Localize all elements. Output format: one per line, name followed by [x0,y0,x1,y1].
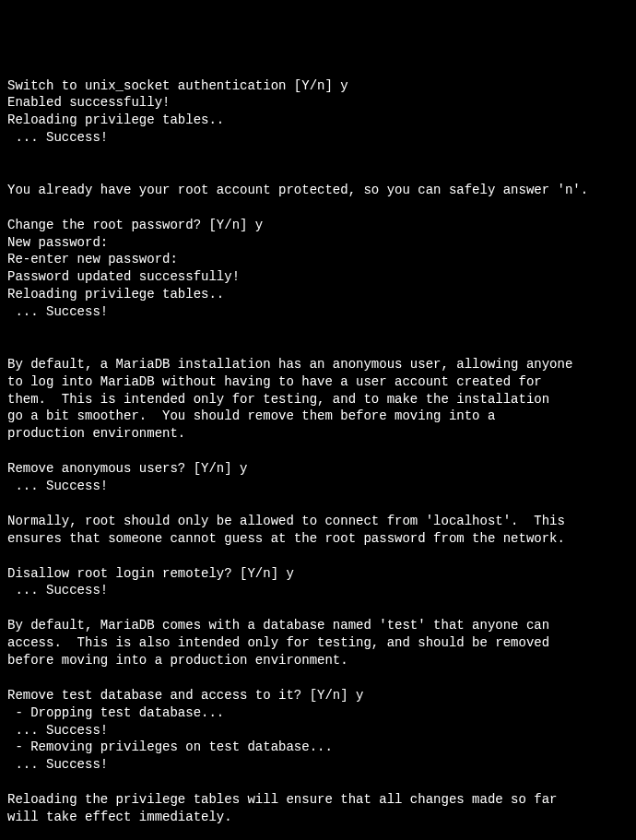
terminal-line: Re-enter new password: [7,251,629,268]
terminal-line: Reloading the privilege tables will ensu… [7,791,629,809]
terminal-line: Disallow root login remotely? [Y/n] y [7,565,629,583]
terminal-line [7,147,629,164]
terminal-line [7,826,629,840]
terminal-line: You already have your root account prote… [7,182,629,199]
terminal-line: Password updated successfully! [7,268,629,286]
terminal-line: production environment. [7,425,629,443]
terminal-line: go a bit smoother. You should remove the… [7,408,629,425]
terminal-line [7,164,629,182]
terminal-line: Reloading privilege tables.. [7,286,629,303]
terminal-line: Switch to unix_socket authentication [Y/… [7,77,629,95]
terminal-line [7,338,629,356]
terminal-line [7,495,629,513]
terminal-line: to log into MariaDB without having to ha… [7,373,629,391]
terminal-line: ... Success! [7,129,629,147]
terminal-line: ... Success! [7,303,629,321]
terminal-line [7,669,629,687]
terminal-line [7,599,629,617]
terminal-output: Switch to unix_socket authentication [Y/… [7,77,629,840]
terminal-line: access. This is also intended only for t… [7,634,629,652]
terminal-line: By default, MariaDB comes with a databas… [7,617,629,634]
terminal-line: By default, a MariaDB installation has a… [7,356,629,373]
terminal-line: ... Success! [7,756,629,774]
terminal-line [7,199,629,217]
terminal-line: - Dropping test database... [7,704,629,722]
terminal-line [7,443,629,460]
terminal-line: Remove test database and access to it? [… [7,687,629,704]
terminal-line: New password: [7,234,629,252]
terminal-line [7,321,629,338]
terminal-line: ... Success! [7,722,629,739]
terminal-line [7,774,629,791]
terminal-line: will take effect immediately. [7,809,629,826]
terminal-line: them. This is intended only for testing,… [7,391,629,408]
terminal-line: ensures that someone cannot guess at the… [7,530,629,548]
terminal-line: Enabled successfully! [7,94,629,112]
terminal-line [7,548,629,565]
terminal-line: before moving into a production environm… [7,652,629,669]
terminal-line: Change the root password? [Y/n] y [7,217,629,234]
terminal-line: ... Success! [7,478,629,495]
terminal-line: ... Success! [7,582,629,599]
terminal-line: - Removing privileges on test database..… [7,739,629,756]
terminal-line: Reloading privilege tables.. [7,112,629,129]
terminal-line: Normally, root should only be allowed to… [7,513,629,530]
terminal-line: Remove anonymous users? [Y/n] y [7,460,629,478]
